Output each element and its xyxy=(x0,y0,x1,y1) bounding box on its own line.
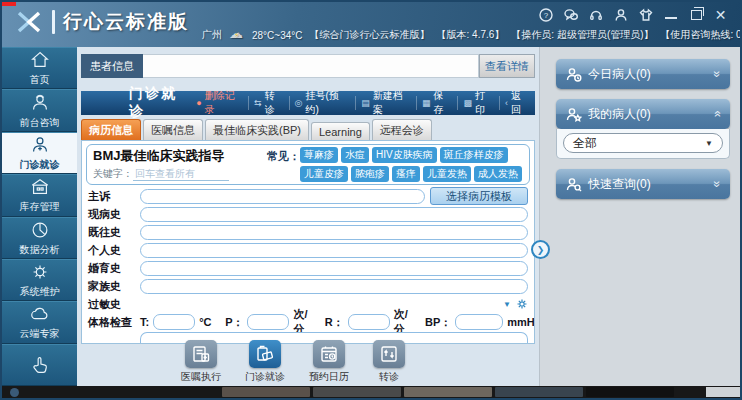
back-button[interactable]: ‹ 返回 xyxy=(499,96,535,110)
past-history-input[interactable] xyxy=(140,225,528,240)
keyword-input[interactable] xyxy=(133,167,229,181)
tag-pustular-rash[interactable]: 脓疱疹 xyxy=(351,166,389,182)
patient-search-input[interactable] xyxy=(143,54,479,78)
outpatient-visit-icon xyxy=(249,340,281,368)
tag-child-rash[interactable]: 儿童皮疹 xyxy=(300,166,348,182)
referral-transfer-icon xyxy=(373,340,405,368)
bp-input[interactable] xyxy=(455,314,503,330)
past-history-label: 既往史 xyxy=(88,225,140,240)
chevron-down-icon[interactable]: » xyxy=(711,71,725,78)
gear-icon xyxy=(29,261,51,283)
taskbar-item[interactable] xyxy=(222,387,310,397)
personal-history-label: 个人史 xyxy=(88,243,140,258)
sidebar-item-home[interactable]: 首页 xyxy=(2,47,77,89)
personal-history-input[interactable] xyxy=(140,243,528,258)
quick-search-header[interactable]: 快速查询(0) » xyxy=(556,169,730,199)
sidebar-item-analytics[interactable]: 数据分析 xyxy=(2,217,77,259)
close-button[interactable]: ✕ xyxy=(713,7,728,22)
temp-input[interactable] xyxy=(153,314,195,330)
tag-chickenpox[interactable]: 水痘 xyxy=(341,147,369,163)
today-patients-header[interactable]: 今日病人(0) » xyxy=(556,59,730,89)
sidebar-label: 数据分析 xyxy=(20,243,60,257)
sidebar-item-quick-touch[interactable] xyxy=(2,344,77,386)
taskbar-item[interactable] xyxy=(586,387,674,397)
referral-button[interactable]: ⇆ 转诊 xyxy=(248,96,289,110)
tag-maculopapular-rash[interactable]: 斑丘疹样皮疹 xyxy=(440,147,508,163)
family-history-input[interactable] xyxy=(140,279,528,294)
patient-filter-dropdown[interactable]: 全部 ▼ xyxy=(563,133,723,153)
app-window: 行心云标准版 广州 ☁⚡ 28°C~34°C 【综合门诊行心云标准版】 【版本:… xyxy=(0,0,742,400)
view-details-button[interactable]: 查看详情 xyxy=(479,54,535,78)
show-desktop-button[interactable] xyxy=(706,387,740,397)
common-tag-list: 荨麻疹 水痘 HIV皮肤疾病 斑丘疹样皮疹 儿童皮疹 脓疱疹 瘙痒 儿童发热 成… xyxy=(300,147,523,182)
main-area: 患者信息 查看详情 门诊就诊 ● 删除记录 ⇆ 转诊 ◎ 挂号(预约) ▤ 新建… xyxy=(77,47,539,386)
chat-icon[interactable] xyxy=(563,7,578,22)
marital-history-label: 婚育史 xyxy=(88,261,140,276)
tag-pruritus[interactable]: 瘙痒 xyxy=(392,166,420,182)
panel-collapse-toggle[interactable]: ❯ xyxy=(531,240,550,259)
start-button[interactable] xyxy=(10,388,19,397)
home-icon xyxy=(29,49,51,71)
sidebar-item-front-desk[interactable]: 前台咨询 xyxy=(2,89,77,131)
filter-value: 全部 xyxy=(573,135,597,152)
register-icon: ◎ xyxy=(295,98,303,108)
order-execution-button[interactable]: 医嘱执行 xyxy=(181,340,221,384)
print-button[interactable]: ▩ 打印 xyxy=(457,96,498,110)
resp-input[interactable] xyxy=(348,314,390,330)
svg-text:?: ? xyxy=(543,11,548,20)
user-icon[interactable] xyxy=(613,7,628,22)
tab-medical-record[interactable]: 病历信息 xyxy=(81,119,141,140)
skin-theme-icon[interactable] xyxy=(638,7,653,22)
new-archive-button[interactable]: ▤ 新建档案 xyxy=(355,96,416,110)
record-tabs: 病历信息 医嘱信息 最佳临床实践(BP) Learning 远程会诊 xyxy=(81,119,535,140)
tab-learning[interactable]: Learning xyxy=(311,122,370,140)
calendar-icon xyxy=(313,340,345,368)
outpatient-visit-button[interactable]: 门诊就诊 xyxy=(245,340,285,384)
headset-icon[interactable] xyxy=(588,7,603,22)
sidebar-item-outpatient[interactable]: 门诊就诊 xyxy=(2,132,77,174)
back-icon: ‹ xyxy=(505,98,508,108)
family-history-label: 家族史 xyxy=(88,279,140,294)
tab-remote-consult[interactable]: 远程会诊 xyxy=(372,119,432,140)
bottom-action-bar: 医嘱执行 门诊就诊 预约日历 转诊 xyxy=(77,340,509,384)
taskbar-item[interactable] xyxy=(404,387,492,397)
taskbar-item[interactable] xyxy=(313,387,401,397)
allergy-history-label: 过敏史 xyxy=(88,297,140,312)
restore-button[interactable] xyxy=(688,7,703,22)
sidebar-item-maintenance[interactable]: 系统维护 xyxy=(2,259,77,301)
chevron-up-icon[interactable]: » xyxy=(711,111,725,118)
taskbar-item[interactable] xyxy=(495,387,583,397)
doctor-icon xyxy=(29,134,51,156)
tag-hiv-skin[interactable]: HIV皮肤疾病 xyxy=(372,147,437,163)
present-history-input[interactable] xyxy=(140,207,528,222)
help-icon[interactable]: ? xyxy=(538,7,553,22)
marital-history-input[interactable] xyxy=(140,261,528,276)
chief-complaint-input[interactable] xyxy=(140,189,425,204)
tab-doctor-orders[interactable]: 医嘱信息 xyxy=(143,119,203,140)
visit-panel-title: 门诊就诊 xyxy=(129,85,191,121)
minimize-button[interactable] xyxy=(663,7,678,22)
tag-child-fever[interactable]: 儿童发热 xyxy=(423,166,471,182)
my-patients-header[interactable]: 我的病人(0) » xyxy=(556,99,730,129)
pulse-input[interactable] xyxy=(247,314,289,330)
tab-best-practice[interactable]: 最佳临床实践(BP) xyxy=(205,119,309,140)
save-button[interactable]: ▦ 保存 xyxy=(416,96,457,110)
chevron-down-icon[interactable]: » xyxy=(711,181,725,188)
print-icon: ▩ xyxy=(463,98,472,108)
tag-adult-fever[interactable]: 成人发热 xyxy=(474,166,522,182)
sidebar-label: 云端专家 xyxy=(20,327,60,341)
my-patients-label: 我的病人(0) xyxy=(588,106,651,123)
bmj-guide-box: BMJ最佳临床实践指导 关键字： 常见： 荨麻疹 水痘 HIV皮肤疾病 斑丘疹样… xyxy=(86,144,530,185)
medical-record-panel: BMJ最佳临床实践指导 关键字： 常见： 荨麻疹 水痘 HIV皮肤疾病 斑丘疹样… xyxy=(81,140,535,344)
referral-action-button[interactable]: 转诊 xyxy=(373,340,405,384)
my-patients-body: 全部 ▼ xyxy=(556,129,730,159)
tag-urticaria[interactable]: 荨麻疹 xyxy=(300,147,338,163)
appointment-calendar-button[interactable]: 预约日历 xyxy=(309,340,349,384)
delete-record-button[interactable]: ● 删除记录 xyxy=(191,96,248,110)
sidebar-item-cloud-expert[interactable]: 云端专家 xyxy=(2,301,77,343)
select-template-button[interactable]: 选择病历模板 xyxy=(430,187,528,205)
patient-info-tab[interactable]: 患者信息 xyxy=(81,54,143,78)
sidebar-label: 首页 xyxy=(30,73,50,87)
sidebar-item-inventory[interactable]: 库存管理 xyxy=(2,174,77,216)
register-appointment-button[interactable]: ◎ 挂号(预约) xyxy=(289,96,356,110)
